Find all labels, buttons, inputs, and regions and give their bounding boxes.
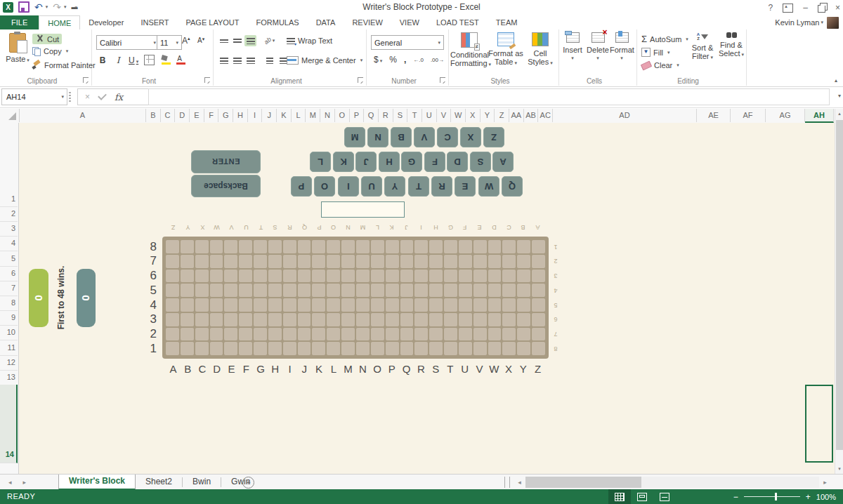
find-select-button[interactable]: Find & Select <box>717 32 745 59</box>
clear-button[interactable]: Clear <box>641 61 679 69</box>
column-header-aa[interactable]: AA <box>509 109 524 122</box>
help-icon[interactable]: ? <box>769 0 773 15</box>
align-right-button[interactable] <box>244 55 256 66</box>
fill-button[interactable]: ▼Fill <box>641 48 670 57</box>
row-header-3[interactable]: 3 <box>0 221 18 237</box>
ribbon-tab-formulas[interactable]: FORMULAS <box>248 15 308 29</box>
ribbon-tab-page-layout[interactable]: PAGE LAYOUT <box>178 15 248 29</box>
key-enter[interactable]: ENTER <box>191 150 261 173</box>
font-dialog-launcher-icon[interactable] <box>204 77 210 83</box>
italic-button[interactable]: I <box>113 55 123 65</box>
zoom-slider-thumb[interactable] <box>775 493 777 500</box>
name-box[interactable]: AH14 <box>1 88 67 105</box>
clipboard-dialog-launcher-icon[interactable] <box>83 77 89 83</box>
accounting-format-icon[interactable]: $ <box>374 55 382 65</box>
column-header-i[interactable]: I <box>248 109 263 122</box>
avatar[interactable] <box>827 17 839 29</box>
row-header-6[interactable]: 6 <box>0 266 18 281</box>
decrease-indent-button[interactable] <box>263 55 275 66</box>
column-header-o[interactable]: O <box>335 109 350 122</box>
key-e[interactable]: E <box>455 176 476 197</box>
ribbon-tab-home[interactable]: HOME <box>39 15 80 29</box>
page-break-view-button[interactable] <box>653 489 676 504</box>
user-account[interactable]: Kevin Lyman ▾ <box>775 15 839 29</box>
sheet-nav-right-icon[interactable]: ▸ <box>23 479 27 486</box>
key-k[interactable]: K <box>333 152 354 172</box>
merge-center-button[interactable]: Merge & Center <box>287 56 362 65</box>
paste-button[interactable]: Paste <box>6 33 30 63</box>
new-sheet-icon[interactable]: + <box>242 477 254 489</box>
ribbon-display-options-icon[interactable] <box>783 4 793 13</box>
sheet-tab-writer-s-block[interactable]: Writer's Block <box>58 475 136 490</box>
copy-button[interactable]: Copy <box>32 47 68 55</box>
close-icon[interactable]: × <box>835 0 840 15</box>
column-header-a[interactable]: A <box>20 109 146 122</box>
key-j[interactable]: J <box>355 152 377 172</box>
tab-scrollbar-splitter[interactable] <box>504 477 510 488</box>
enter-formula-icon[interactable] <box>98 91 107 100</box>
decrease-decimal-icon[interactable]: .00→ <box>431 57 444 63</box>
key-h[interactable]: H <box>379 152 400 172</box>
column-header-h[interactable]: H <box>233 109 248 122</box>
row-header-8[interactable]: 8 <box>0 296 18 311</box>
column-header-b[interactable]: B <box>146 109 161 122</box>
key-w[interactable]: W <box>478 176 499 197</box>
column-header-p[interactable]: P <box>350 109 365 122</box>
column-header-ab[interactable]: AB <box>524 109 539 122</box>
scroll-down-icon[interactable]: ▾ <box>835 464 843 474</box>
column-header-ac[interactable]: AC <box>538 109 553 122</box>
insert-cells-button[interactable]: Insert▾ <box>561 32 584 62</box>
collapse-ribbon-icon[interactable]: ▴ <box>835 77 837 84</box>
word-input[interactable] <box>321 201 405 218</box>
column-header-c[interactable]: C <box>161 109 176 122</box>
ribbon-tab-file[interactable]: FILE <box>0 15 39 29</box>
top-align-button[interactable] <box>218 35 230 46</box>
column-header-m[interactable]: M <box>306 109 320 122</box>
row-header-11[interactable]: 11 <box>0 340 18 356</box>
ribbon-tab-data[interactable]: DATA <box>308 15 344 29</box>
expand-formula-bar-icon[interactable]: ▾ <box>838 93 841 99</box>
key-l[interactable]: L <box>310 152 331 172</box>
selected-cell-outline[interactable] <box>805 385 833 463</box>
key-y[interactable]: Y <box>384 176 405 197</box>
increase-decimal-icon[interactable]: ←.0 <box>413 57 424 63</box>
row-header-14[interactable]: 14 <box>0 385 18 463</box>
sheet-tab-bwin[interactable]: Bwin <box>183 475 221 490</box>
column-header-ah[interactable]: AH <box>805 109 834 123</box>
row-header-5[interactable]: 5 <box>0 251 18 267</box>
insert-function-icon[interactable]: fx <box>115 92 123 102</box>
horizontal-scroll-thumb[interactable] <box>525 477 641 488</box>
column-header-u[interactable]: U <box>422 109 437 122</box>
column-header-f[interactable]: F <box>204 109 219 122</box>
key-q[interactable]: Q <box>502 176 523 197</box>
scroll-up-icon[interactable]: ▴ <box>835 109 843 119</box>
orientation-button[interactable]: ab <box>263 35 275 46</box>
page-layout-view-button[interactable] <box>631 489 653 504</box>
column-header-af[interactable]: AF <box>731 109 766 122</box>
sheet-tab-sheet2[interactable]: Sheet2 <box>136 475 182 490</box>
key-x[interactable]: X <box>460 127 481 147</box>
zoom-out-icon[interactable]: − <box>733 492 738 502</box>
comma-format-icon[interactable]: , <box>404 55 406 65</box>
sort-filter-button[interactable]: AZ Sort & Filter <box>688 32 717 62</box>
cut-button[interactable]: Cut <box>32 34 62 44</box>
hscroll-left-icon[interactable]: ◂ <box>515 477 524 488</box>
column-header-w[interactable]: W <box>451 109 466 122</box>
column-header-ag[interactable]: AG <box>766 109 805 122</box>
cancel-formula-icon[interactable]: × <box>85 92 90 102</box>
zoom-slider[interactable] <box>744 496 800 497</box>
wrap-text-button[interactable]: Wrap Text <box>287 37 332 45</box>
align-center-button[interactable] <box>231 55 243 66</box>
column-header-t[interactable]: T <box>407 109 422 122</box>
column-header-s[interactable]: S <box>393 109 408 122</box>
key-s[interactable]: S <box>470 152 491 172</box>
key-p[interactable]: P <box>291 176 312 197</box>
ribbon-tab-team[interactable]: TEAM <box>488 15 526 29</box>
bottom-align-button[interactable] <box>244 35 256 46</box>
row-header-10[interactable]: 10 <box>0 325 18 340</box>
formula-input[interactable] <box>148 88 830 105</box>
borders-icon[interactable] <box>144 55 155 65</box>
format-painter-button[interactable]: Format Painter <box>32 60 96 69</box>
key-z[interactable]: Z <box>483 127 504 147</box>
middle-align-button[interactable] <box>231 35 243 46</box>
